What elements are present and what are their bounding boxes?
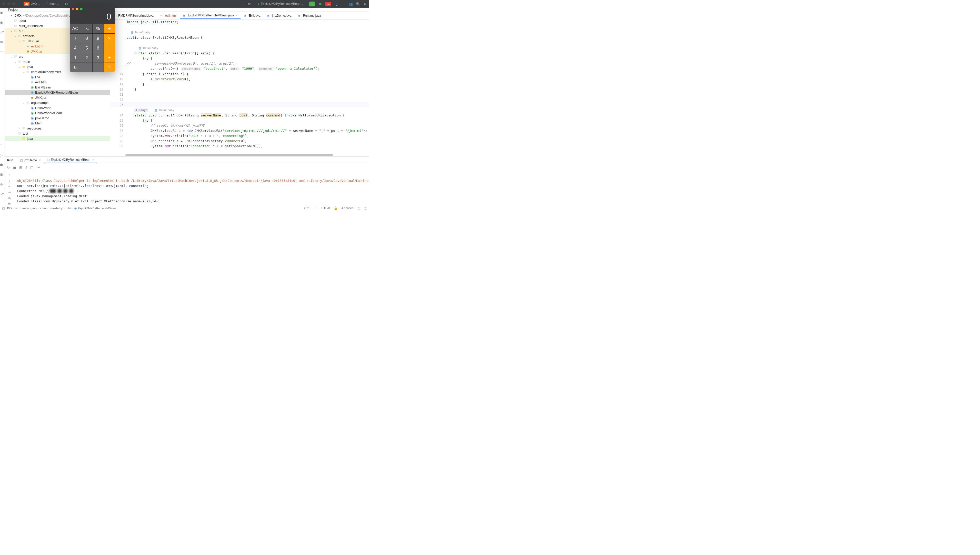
tree-item[interactable]: Main xyxy=(5,120,110,126)
tool1-icon[interactable]: T xyxy=(0,143,5,148)
tab[interactable]: jmxDemo.java xyxy=(264,12,295,19)
print-icon[interactable]: 🖶 xyxy=(8,196,11,200)
run-tool-icon[interactable]: ▷ xyxy=(0,153,5,158)
calc-1-button[interactable]: 1 xyxy=(70,53,81,63)
tree-item[interactable]: ›resources xyxy=(5,126,110,131)
indent[interactable]: 4 spaces xyxy=(341,207,353,210)
crumb[interactable]: main xyxy=(22,207,29,210)
tree-item[interactable]: Evil xyxy=(5,74,110,80)
crumb[interactable]: java xyxy=(32,207,37,210)
tab[interactable]: RMIJRMPServerImpl.java xyxy=(110,12,157,19)
build-icon[interactable]: ⚒ xyxy=(247,2,251,6)
tree-item[interactable]: HelloWorldMBean xyxy=(5,110,110,115)
tree-item[interactable]: jmxDemo xyxy=(5,115,110,120)
crumb[interactable]: ExploitJMXByRemoteMBean xyxy=(78,207,115,210)
down-icon[interactable]: ↓ xyxy=(8,178,10,182)
calc-percent-button[interactable]: % xyxy=(93,24,104,33)
close-icon[interactable] xyxy=(2,2,5,5)
calc-4-button[interactable]: 4 xyxy=(70,43,81,53)
exit-button[interactable]: ⤴ xyxy=(26,165,27,170)
tab[interactable]: Evil.java xyxy=(241,12,264,19)
calc-2-button[interactable]: 2 xyxy=(81,53,92,63)
calc-plus-button[interactable]: + xyxy=(104,53,115,63)
debug-button[interactable]: ⬢ xyxy=(318,2,322,6)
cursor-position[interactable]: 23:1 xyxy=(304,207,310,210)
run-tab[interactable]: ▢jmxDemo× xyxy=(18,157,43,163)
tree-item[interactable]: ⌄org.example xyxy=(5,100,110,105)
more-tools-icon[interactable]: ⋯ xyxy=(0,50,5,55)
layout-button[interactable]: ⊞ xyxy=(19,165,22,170)
structure-tool-icon[interactable]: ⊞ xyxy=(0,40,5,45)
maximize-icon[interactable] xyxy=(12,2,15,5)
maximize-icon[interactable] xyxy=(80,8,83,10)
close-icon[interactable]: × xyxy=(235,13,237,17)
calculator-window[interactable]: 0 AC ⁺∕₋ % ÷ 7 8 9 × 4 5 6 − 1 2 3 + 0 ,… xyxy=(70,6,115,72)
close-icon[interactable]: × xyxy=(92,158,94,162)
calc-6-button[interactable]: 6 xyxy=(93,43,104,53)
breadcrumb[interactable]: JMX› src› main› java› com› drunkbaby› ml… xyxy=(6,207,115,210)
calc-decimal-button[interactable]: , xyxy=(93,63,104,72)
calc-ac-button[interactable]: AC xyxy=(70,24,81,33)
calc-divide-button[interactable]: ÷ xyxy=(104,24,115,33)
code-area[interactable]: 12 1 ⌃⌄ import java.util.Itera xyxy=(110,19,369,156)
calc-9-button[interactable]: 9 xyxy=(93,34,104,43)
chevron-down-icon[interactable]: ⌄ xyxy=(20,8,22,11)
tree-item[interactable]: EvilMBean xyxy=(5,85,110,90)
open-file-button[interactable]: ▢ xyxy=(63,2,70,6)
encoding[interactable]: UTF-8 xyxy=(321,207,330,210)
run-button[interactable]: ▷ xyxy=(309,2,315,6)
code-with-me-icon[interactable]: 👥 xyxy=(349,2,353,6)
tree-item[interactable]: ⌄test xyxy=(5,131,110,136)
calc-0-button[interactable]: 0 xyxy=(70,63,92,72)
commit-tool-icon[interactable]: ◉ xyxy=(0,21,5,25)
run-tab-active[interactable]: ▢ExploitJMXByRemoteMBean× xyxy=(44,157,97,164)
project-selector[interactable]: JM JMX xyxy=(22,2,42,6)
status-end-icon[interactable]: ⬚ xyxy=(364,207,367,210)
run-config-selector[interactable]: ● ExploitJMXByRemoteMBean xyxy=(255,2,305,6)
tree-item[interactable]: HelloWorld xyxy=(5,105,110,110)
stop-button[interactable]: ◼ xyxy=(13,165,16,170)
line-separator[interactable]: LF xyxy=(314,207,317,210)
settings-icon[interactable]: ⚙ xyxy=(363,2,367,6)
close-icon[interactable]: × xyxy=(39,159,41,162)
usage-hint[interactable]: 1 usage xyxy=(135,109,148,112)
tree-item[interactable]: evil.html xyxy=(5,80,110,85)
calc-8-button[interactable]: 8 xyxy=(81,34,92,43)
status-more-icon[interactable]: ⬚ xyxy=(357,207,360,210)
status-icon[interactable]: ▢ xyxy=(2,207,5,210)
up-icon[interactable]: ↑ xyxy=(8,173,10,176)
tab[interactable]: evil.html xyxy=(157,12,180,19)
calc-minus-button[interactable]: − xyxy=(104,43,115,53)
horizontal-scrollbar[interactable] xyxy=(110,154,369,156)
scroll-end-icon[interactable]: ⇥ xyxy=(8,190,11,194)
problems-tool-icon[interactable]: ⊘ xyxy=(0,182,5,187)
calc-5-button[interactable]: 5 xyxy=(81,43,92,53)
calc-equals-button[interactable]: = xyxy=(104,63,115,72)
more-icon[interactable]: ⋮ xyxy=(335,2,338,6)
tree-item[interactable]: java xyxy=(5,136,110,141)
minimize-icon[interactable] xyxy=(7,2,10,5)
stop-button[interactable]: C₂ xyxy=(325,2,331,6)
crumb[interactable]: JMX xyxy=(6,207,12,210)
calc-7-button[interactable]: 7 xyxy=(70,34,81,43)
close-icon[interactable] xyxy=(72,8,74,10)
readonly-icon[interactable]: 🔓 xyxy=(334,207,338,210)
minimize-icon[interactable] xyxy=(76,8,78,10)
tab-active[interactable]: ExploitJMXByRemoteMBean.java× xyxy=(180,12,241,19)
crumb[interactable]: com xyxy=(40,207,46,210)
calc-sign-button[interactable]: ⁺∕₋ xyxy=(81,24,92,33)
vcs-branch[interactable]: ᚶ main xyxy=(44,2,61,6)
calc-multiply-button[interactable]: × xyxy=(104,34,115,43)
dots-button[interactable]: ⋯ xyxy=(37,165,40,170)
debug-tool-icon[interactable]: ⬢ xyxy=(0,163,5,167)
calc-3-button[interactable]: 3 xyxy=(93,53,104,63)
pull-requests-icon[interactable]: ⎇ xyxy=(0,30,5,35)
rerun-button[interactable]: ↻ xyxy=(7,165,10,170)
crumb[interactable]: mlet xyxy=(66,207,71,210)
git-tool-icon[interactable]: ⎇ xyxy=(0,192,5,197)
tree-item[interactable]: JMX.jar xyxy=(5,95,110,100)
search-icon[interactable]: 🔍 xyxy=(356,2,360,6)
tree-item-selected[interactable]: ExploitJMXByRemoteMBean xyxy=(5,90,110,95)
attach-button[interactable]: ◫ xyxy=(30,165,34,170)
terminal-tool-icon[interactable]: ▣ xyxy=(0,173,5,177)
